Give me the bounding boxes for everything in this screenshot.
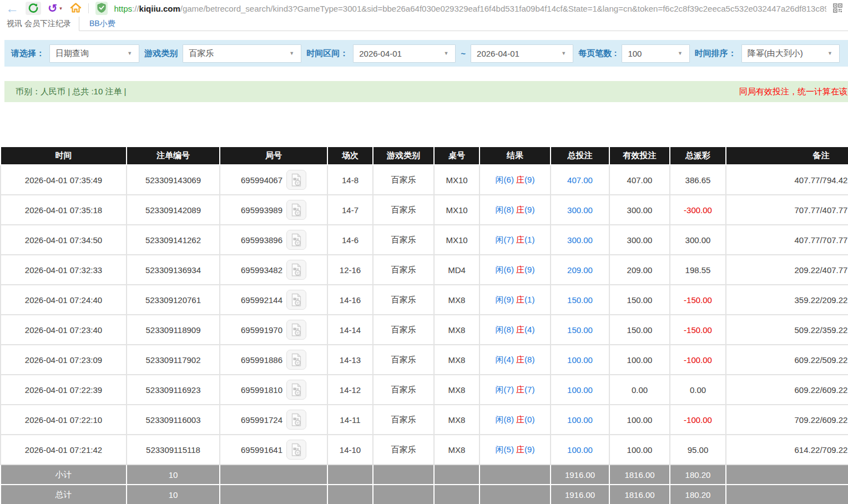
round-id-text: 695991970 [241,325,282,335]
cell-payout: 386.65 [670,165,726,195]
column-header: 结果 [479,147,551,165]
cell-total-bet: 150.00 [551,315,609,345]
column-header: 注单编号 [127,147,220,165]
video-replay-button[interactable] [286,320,306,340]
cell-payout: -150.00 [670,285,726,315]
cell-total-bet: 407.00 [551,165,609,195]
tab-bb-tips[interactable]: BB小费 [79,17,125,31]
tab-video-bet-records[interactable]: 视讯 会员下注纪录 [0,17,79,31]
result-banker-label: 庄 [514,175,524,184]
video-replay-button[interactable] [286,200,306,220]
undo-dropdown-icon[interactable]: ▼ [59,6,63,11]
result-banker-label: 庄 [514,325,524,334]
cell-time: 2026-04-01 07:24:40 [1,285,127,315]
result-player: 闲(4) [496,355,514,364]
result-player: 闲(8) [496,205,514,214]
total-row-cell-0: 总计 [1,485,127,504]
cell-valid-bet: 209.00 [609,255,670,285]
refresh-glyph [28,3,38,13]
currency-total-text: 币别：人民币 | 总共 :10 注单 | [16,87,126,97]
video-replay-button[interactable] [286,290,306,310]
cell-total-bet: 100.00 [551,345,609,375]
result-banker-label: 庄 [514,445,524,454]
round-id-with-replay: 695993989 [223,200,325,220]
page-size-label: 每页笔数 : [578,48,617,59]
undo-icon[interactable]: ↺ ▼ [48,3,63,14]
round-id-text: 695991641 [241,445,282,455]
chevron-down-icon: ▼ [671,51,689,56]
cell-session: 14-8 [327,165,373,195]
result-banker-label: 庄 [514,265,524,274]
column-header: 桌号 [434,147,479,165]
result-banker-label: 庄 [514,415,524,424]
cell-game-type: 百家乐 [373,435,434,465]
cell-valid-bet: 150.00 [609,285,670,315]
result-banker-label: 庄 [514,385,524,394]
subtotal-row-cell-9: 180.20 [670,465,726,485]
table-row: 2026-04-01 07:23:40523309118909695991970… [1,315,848,345]
url-protocol: https [114,4,133,13]
page-size-select[interactable]: 100 ▼ [622,44,689,63]
cell-bet-id: 523309141262 [127,225,220,255]
cell-game-type: 百家乐 [373,375,434,405]
cell-payout: 95.00 [670,435,726,465]
refresh-icon[interactable] [26,2,41,15]
film-document-icon [290,233,302,247]
home-icon[interactable] [70,1,82,16]
cell-remark: 707.77/407.77 [726,195,848,225]
cell-total-bet: 209.00 [551,255,609,285]
table-row: 2026-04-01 07:35:49523309143069695994067… [1,165,848,195]
url-bar[interactable]: https://kiqiiu.com/game/betrecord_search… [114,4,826,13]
round-id-with-replay: 695991886 [223,350,325,370]
video-replay-button[interactable] [286,230,306,250]
date-from-input[interactable]: 2026-04-01 ▼ [353,44,456,63]
game-category-label: 游戏类别 [144,48,178,59]
column-header: 游戏类别 [373,147,434,165]
home-glyph [70,2,82,13]
back-icon[interactable]: ← [6,2,19,14]
page-size-value: 100 [628,49,642,58]
total-row-cell-6 [479,485,551,504]
query-type-select[interactable]: 日期查询 ▼ [49,44,139,63]
video-replay-button[interactable] [286,440,306,460]
subtotal-row-cell-3 [327,465,373,485]
security-shield-icon[interactable] [95,2,108,15]
cell-session: 14-13 [327,345,373,375]
video-replay-button[interactable] [286,260,306,280]
sort-order-value: 降幂(由大到小) [748,48,803,59]
url-path: /game/betrecord_search/kind3?GameType=30… [180,4,826,13]
video-replay-button[interactable] [286,350,306,370]
cell-table-no: MX8 [434,315,479,345]
cell-remark: 407.77/794.42 [726,165,848,195]
date-to-input[interactable]: 2026-04-01 ▼ [471,44,573,63]
round-id-with-replay: 695993896 [223,230,325,250]
cell-total-bet: 300.00 [551,195,609,225]
chevron-down-icon: ▼ [282,51,301,56]
cell-round-id: 695993482 [220,255,327,285]
qr-code-icon[interactable] [833,2,842,15]
cell-round-id: 695991810 [220,375,327,405]
cell-valid-bet: 300.00 [609,225,670,255]
table-row: 2026-04-01 07:22:10523309116003695991724… [1,405,848,435]
cell-result: 闲(7) 庄(1) [479,225,551,255]
film-document-icon [290,293,302,307]
subtotal-row-cell-10 [726,465,848,485]
video-replay-button[interactable] [286,380,306,400]
subtotal-row-cell-6 [479,465,551,485]
cell-payout: 0.00 [670,375,726,405]
cell-session: 14-10 [327,435,373,465]
cell-table-no: MX8 [434,435,479,465]
round-id-with-replay: 695992144 [223,290,325,310]
total-row-cell-8: 1816.00 [609,485,670,504]
video-replay-button[interactable] [286,170,306,190]
table-row: 2026-04-01 07:22:39523309116923695991810… [1,375,848,405]
cell-result: 闲(8) 庄(9) [479,195,551,225]
video-replay-button[interactable] [286,410,306,430]
subtotal-row: 小计101916.001816.00180.20 [1,465,848,485]
sort-order-select[interactable]: 降幂(由大到小) ▼ [741,44,840,63]
game-category-select[interactable]: 百家乐 ▼ [183,44,301,63]
column-header: 总投注 [551,147,609,165]
film-document-icon [290,323,302,337]
cell-valid-bet: 100.00 [609,405,670,435]
cell-total-bet: 100.00 [551,405,609,435]
